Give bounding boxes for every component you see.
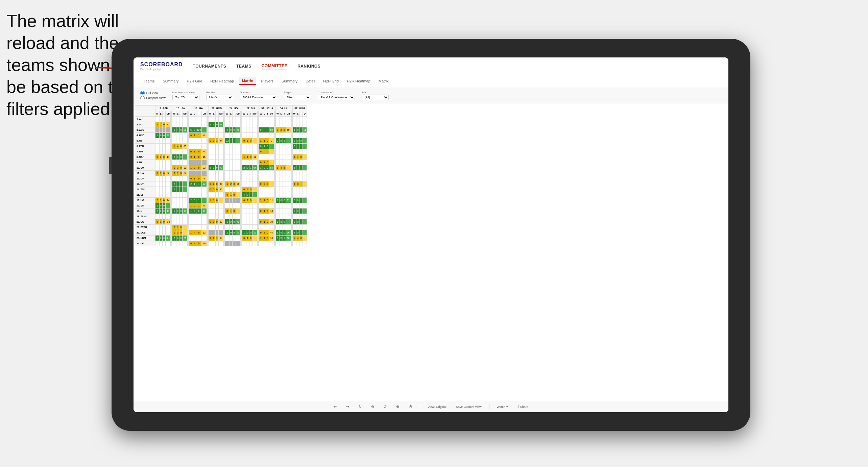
zoom-reset-button[interactable]: ⊙ — [382, 404, 389, 410]
cell-l: 0 — [159, 208, 162, 214]
cell-w: 5 — [292, 165, 296, 171]
cell-t: 0 — [215, 181, 218, 187]
full-view-radio[interactable]: Full View — [140, 91, 166, 95]
cell-dif — [236, 225, 240, 230]
region-select[interactable]: N/A — [284, 95, 311, 100]
sub-tab-h2hheatmap2[interactable]: H2H Heatmap — [343, 78, 374, 84]
col-uw-header: 10. UW — [172, 106, 189, 111]
nav-teams[interactable]: TEAMS — [236, 63, 251, 70]
save-custom-view-button[interactable]: Save Custom View — [454, 404, 484, 409]
sub-tab-h2hheatmap1[interactable]: H2H Heatmap — [207, 78, 237, 84]
cell-w: 0 — [259, 230, 263, 236]
sub-tab-players[interactable]: Players — [258, 78, 277, 84]
table-row: 16. UO21014201110010110111001120 — [135, 198, 307, 203]
sub-tab-matrix2[interactable]: Matrix — [375, 78, 392, 84]
zoom-in-button[interactable]: ⊕ — [394, 404, 401, 410]
cell-l — [193, 214, 196, 219]
cell-w — [189, 144, 193, 149]
cell-w: 2 — [189, 198, 193, 203]
division-select[interactable]: NCAA Division I — [240, 95, 277, 100]
nav-committee[interactable]: COMMITTEE — [262, 62, 288, 70]
cell-t: 0 — [283, 127, 286, 133]
cell-dif — [303, 203, 307, 208]
cell-dif — [236, 208, 240, 214]
max-teams-select[interactable]: Top 25 — [172, 95, 199, 100]
cell-t — [249, 149, 252, 154]
cell-l: 0 — [280, 219, 283, 225]
cell-w: 2 — [155, 236, 160, 241]
col-uu-header: 54. UU — [275, 106, 292, 111]
undo-button[interactable]: ↩ — [332, 404, 339, 410]
nav-tournaments[interactable]: TOURNAMENTS — [193, 63, 226, 70]
matrix-area[interactable]: 3. ASU 10. UW 11. UA 22. UCB 24. UO 27. … — [134, 104, 728, 401]
col-su-header: 27. SU — [242, 106, 259, 111]
col-su-w: W — [242, 111, 246, 117]
cell-w — [172, 241, 176, 246]
sub-tab-detail[interactable]: Detail — [302, 78, 318, 84]
cell-dif — [252, 138, 257, 144]
cell-t — [233, 187, 236, 192]
sub-tab-summary1[interactable]: Summary — [159, 78, 182, 84]
sub-tab-summary2[interactable]: Summary — [278, 78, 301, 84]
cell-w — [172, 160, 176, 165]
col-asu-w: W — [155, 111, 160, 117]
cell-w: 1 — [292, 138, 296, 144]
full-view-input[interactable] — [140, 91, 145, 95]
zoom-out-button[interactable]: ⊖ — [369, 404, 376, 410]
cell-l — [212, 117, 215, 122]
cell-t — [215, 144, 218, 149]
row-team-label: 16. UO — [135, 198, 155, 203]
cell-l: 0 — [159, 203, 162, 208]
cell-w: 0 — [275, 127, 280, 133]
sub-tab-h2hgrid2[interactable]: H2H Grid — [320, 78, 342, 84]
table-row: 15. UF01040 — [135, 192, 307, 198]
cell-t — [233, 144, 236, 149]
table-row: 11. UA01090109 — [135, 171, 307, 176]
compact-view-input[interactable] — [140, 96, 145, 100]
col-ucb-t: T — [215, 111, 218, 117]
cell-t — [266, 133, 269, 138]
refresh-button[interactable]: ↻ — [357, 404, 364, 410]
cell-t: 0 — [179, 236, 183, 241]
cell-l: 4 — [176, 144, 179, 149]
team-select[interactable]: (All) — [362, 95, 389, 100]
redo-button[interactable]: ↪ — [344, 404, 351, 410]
sub-tab-matrix1[interactable]: Matrix — [239, 77, 256, 85]
compact-view-radio[interactable]: Compact View — [140, 96, 166, 100]
view-original-button[interactable]: View: Original — [426, 404, 448, 409]
cell-w — [259, 117, 263, 122]
cell-dif — [286, 171, 291, 176]
conference-select[interactable]: Pac-12 Conference — [318, 95, 355, 100]
cell-l — [193, 219, 196, 225]
cell-dif: 11 — [286, 198, 291, 203]
cell-l — [159, 149, 162, 154]
cell-w: 5 — [189, 127, 193, 133]
cell-t — [299, 181, 303, 187]
row-team-label: 20. UG — [135, 219, 155, 225]
cell-w: 2 — [208, 122, 212, 127]
row-team-label: 21. ETSU — [135, 225, 155, 230]
cell-t — [215, 225, 218, 230]
sub-tab-h2hgrid1[interactable]: H2H Grid — [183, 78, 206, 84]
clock-button[interactable]: ⏱ — [407, 404, 414, 410]
nav-rankings[interactable]: RANKINGS — [297, 63, 320, 70]
share-button[interactable]: ⤴ Share — [515, 404, 530, 409]
cell-dif — [269, 241, 274, 246]
sub-tab-teams[interactable]: Teams — [140, 78, 158, 84]
cell-w — [275, 225, 280, 230]
cell-l — [280, 133, 283, 138]
cell-w — [155, 176, 160, 181]
cell-l — [246, 144, 249, 149]
gender-select[interactable]: Men's — [206, 95, 233, 100]
cell-w — [208, 225, 212, 230]
cell-dif — [202, 122, 207, 127]
cell-dif — [303, 133, 307, 138]
watch-button[interactable]: Watch ▾ — [495, 404, 510, 409]
cell-t: 1 — [215, 138, 218, 144]
cell-l — [263, 187, 266, 192]
cell-dif — [252, 127, 257, 133]
cell-t — [283, 117, 286, 122]
cell-l — [193, 225, 196, 230]
cell-l — [280, 122, 283, 127]
cell-w — [275, 181, 280, 187]
